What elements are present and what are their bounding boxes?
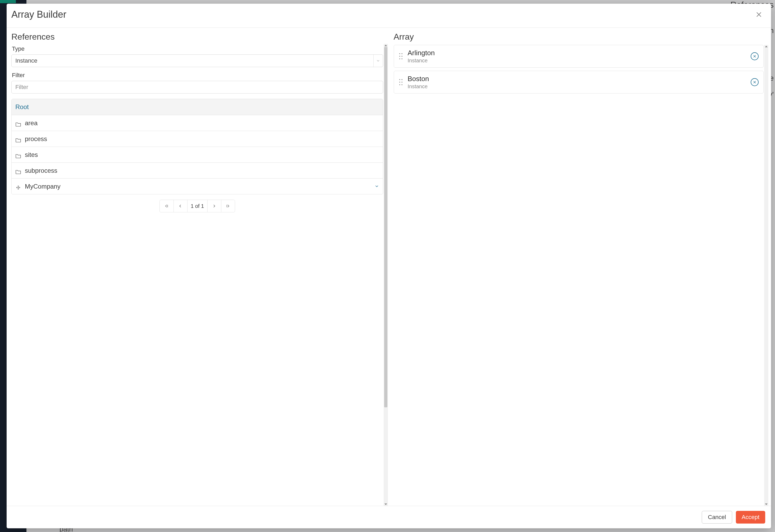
tree-item-label: subprocess — [25, 167, 57, 174]
pager-prev[interactable] — [173, 200, 187, 212]
cancel-button[interactable]: Cancel — [702, 511, 732, 524]
modal-header: Array Builder — [7, 4, 771, 28]
tree-item-label: sites — [25, 151, 38, 158]
tree-item-label: process — [25, 135, 47, 143]
chevron-down-icon — [374, 184, 379, 189]
svg-point-4 — [399, 53, 400, 54]
pager-first[interactable] — [160, 200, 173, 212]
close-button[interactable] — [755, 10, 763, 19]
array-title: Array — [394, 32, 769, 42]
pager-next[interactable] — [207, 200, 221, 212]
scroll-down-icon — [384, 503, 387, 505]
remove-item-button[interactable] — [751, 78, 759, 86]
scroll-thumb[interactable] — [384, 47, 387, 407]
move-icon — [15, 184, 21, 189]
scroll-down-icon — [765, 503, 768, 505]
folder-icon — [15, 137, 21, 141]
references-title: References — [11, 32, 388, 42]
svg-point-14 — [399, 82, 400, 83]
array-builder-modal: Array Builder References Type Instance F… — [7, 4, 771, 528]
tree-item-label: area — [25, 119, 38, 127]
array-item-text: Arlington Instance — [408, 49, 751, 64]
svg-point-9 — [401, 58, 402, 59]
close-icon — [756, 11, 762, 18]
svg-point-15 — [401, 82, 402, 83]
array-item: Boston Instance — [394, 71, 764, 94]
scroll-up-icon — [765, 46, 768, 47]
pager: 1 of 1 — [11, 200, 383, 212]
left-scrollbar[interactable] — [384, 44, 388, 506]
right-scrollbar[interactable] — [764, 45, 768, 506]
modal-body: References Type Instance Filter Root — [7, 28, 771, 506]
tree-item-subprocess[interactable]: subprocess — [12, 162, 383, 178]
drag-handle[interactable] — [399, 78, 403, 86]
remove-icon — [753, 54, 757, 58]
chevron-right-icon — [212, 204, 216, 208]
svg-point-5 — [401, 53, 402, 54]
tree-item-area[interactable]: area — [12, 115, 383, 131]
references-scroll-area: Type Instance Filter Root — [11, 44, 388, 506]
array-panel: Array Arlington Instance — [389, 28, 771, 506]
array-item-text: Boston Instance — [408, 75, 751, 90]
array-item-subtitle: Instance — [408, 83, 751, 90]
scroll-up-icon — [384, 45, 387, 46]
tree-item-sites[interactable]: sites — [12, 147, 383, 162]
array-item: Arlington Instance — [394, 45, 764, 68]
remove-item-button[interactable] — [751, 52, 759, 60]
tree-root[interactable]: Root — [12, 99, 383, 115]
svg-point-12 — [399, 79, 400, 80]
type-label: Type — [12, 45, 383, 52]
pager-last[interactable] — [221, 200, 235, 212]
svg-point-7 — [401, 56, 402, 57]
reference-tree: Root area process — [11, 99, 383, 194]
drag-handle[interactable] — [399, 53, 403, 60]
pager-status: 1 of 1 — [187, 200, 207, 212]
chevron-left-icon — [178, 204, 182, 208]
drag-icon — [399, 78, 403, 86]
folder-icon — [15, 152, 21, 157]
accept-button[interactable]: Accept — [736, 511, 765, 524]
type-select-value: Instance — [15, 57, 37, 64]
expand-chevron[interactable] — [374, 183, 379, 190]
array-scroll-area: Arlington Instance — [394, 45, 769, 506]
last-page-icon — [226, 204, 230, 208]
array-item-title: Arlington — [408, 49, 751, 57]
first-page-icon — [164, 204, 169, 208]
folder-icon — [15, 121, 21, 125]
svg-point-6 — [399, 56, 400, 57]
folder-icon — [15, 168, 21, 173]
filter-input[interactable] — [11, 81, 383, 94]
chevron-down-icon — [376, 59, 380, 63]
type-select-chevron — [373, 55, 383, 67]
tree-item-process[interactable]: process — [12, 131, 383, 147]
references-panel: References Type Instance Filter Root — [7, 28, 389, 506]
tree-item-label: MyCompany — [25, 183, 60, 190]
svg-point-16 — [399, 84, 400, 85]
remove-icon — [753, 80, 757, 84]
type-select[interactable]: Instance — [11, 54, 383, 67]
tree-root-label: Root — [15, 103, 29, 111]
svg-point-13 — [401, 79, 402, 80]
svg-point-17 — [401, 84, 402, 85]
svg-point-8 — [399, 58, 400, 59]
filter-label: Filter — [12, 72, 383, 79]
drag-icon — [399, 53, 403, 60]
array-item-title: Boston — [408, 75, 751, 83]
modal-title: Array Builder — [11, 9, 66, 20]
modal-footer: Cancel Accept — [7, 506, 771, 528]
tree-item-mycompany[interactable]: MyCompany — [12, 178, 383, 194]
array-item-subtitle: Instance — [408, 58, 751, 64]
